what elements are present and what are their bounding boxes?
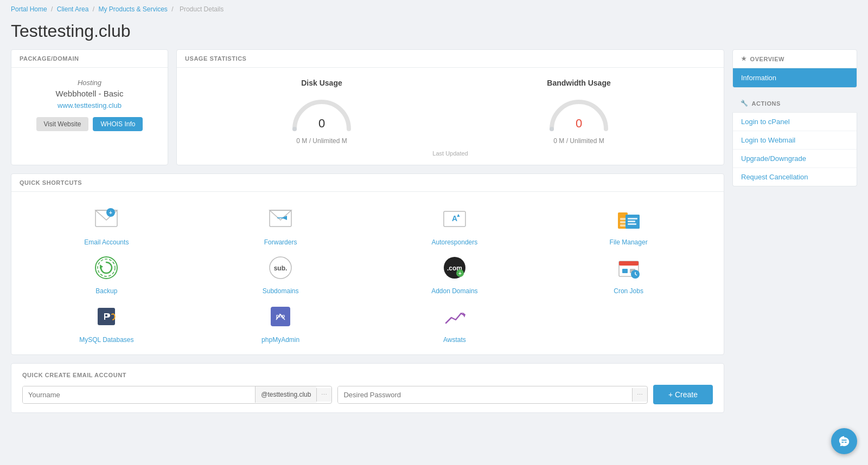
shortcut-awstats[interactable]: Awstats: [371, 300, 539, 344]
password-input-group: ⋯: [337, 386, 647, 404]
backup-icon: [90, 251, 123, 284]
shortcut-cron-jobs[interactable]: Cron Jobs: [544, 251, 713, 295]
shortcut-file-manager[interactable]: File Manager: [544, 203, 713, 246]
forwarders-icon: [264, 203, 297, 235]
sidebar-links-container: Login to cPanel Login to Webmail Upgrade…: [732, 113, 857, 186]
quick-create-email-card: QUICK CREATE EMAIL ACCOUNT @testtesting.…: [11, 363, 724, 413]
whois-info-button[interactable]: WHOIS Info: [93, 117, 143, 131]
cron-jobs-icon: [612, 251, 645, 284]
svg-marker-5: [270, 210, 291, 220]
usage-stats-body: Disk Usage 0 0 M / Unlimited M Bandwidth…: [177, 68, 724, 150]
svg-rect-19: [628, 223, 636, 225]
shortcut-autoresponders[interactable]: A ▲ Autoresponders: [371, 203, 539, 246]
phpmyadmin-label: phpMyAdmin: [261, 336, 299, 344]
shortcut-mysql-databases[interactable]: MySQL Databases: [22, 300, 191, 344]
domain-link[interactable]: www.testtesting.club: [22, 101, 157, 109]
package-body: Hosting Webbhotell - Basic www.testtesti…: [11, 68, 168, 142]
package-name: Webbhotell - Basic: [22, 89, 157, 98]
svg-rect-31: [622, 269, 628, 273]
right-sidebar: ★ OVERVIEW Information 🔧 ACTIONS Login t…: [732, 49, 857, 413]
last-updated: Last Updated: [177, 150, 724, 165]
disk-gauge: 0: [289, 94, 354, 132]
usage-statistics-card: USAGE STATISTICS Disk Usage 0 0 M / Unli…: [176, 49, 724, 165]
breadcrumb-product-details: Product Details: [180, 5, 224, 13]
bandwidth-usage: Bandwidth Usage 0 0 M / Unlimited M: [546, 79, 611, 145]
request-cancellation-link[interactable]: Request Cancellation: [733, 168, 857, 186]
usage-header: USAGE STATISTICS: [177, 50, 724, 68]
file-manager-label: File Manager: [610, 238, 648, 246]
addon-domains-label: Addon Domains: [431, 287, 477, 295]
login-cpanel-link[interactable]: Login to cPanel: [733, 113, 857, 131]
shortcuts-grid: + Email Accounts For: [11, 192, 724, 354]
mysql-databases-icon: [90, 300, 123, 333]
package-domain-card: PACKAGE/DOMAIN Hosting Webbhotell - Basi…: [11, 49, 168, 165]
password-input[interactable]: [338, 386, 631, 403]
sidebar-information-item[interactable]: Information: [733, 68, 857, 87]
password-icon: ⋯: [632, 388, 647, 402]
sidebar-overview-header: ★ OVERVIEW: [733, 50, 857, 68]
disk-usage-title: Disk Usage: [289, 79, 354, 87]
wrench-icon: 🔧: [741, 100, 749, 107]
login-webmail-link[interactable]: Login to Webmail: [733, 131, 857, 150]
left-column: PACKAGE/DOMAIN Hosting Webbhotell - Basi…: [11, 49, 724, 413]
package-header: PACKAGE/DOMAIN: [11, 50, 168, 68]
star-icon: ★: [741, 55, 747, 62]
hosting-label: Hosting: [22, 79, 157, 87]
svg-rect-30: [619, 261, 639, 266]
addon-domains-icon: .com +: [438, 251, 471, 284]
sidebar-actions-header: 🔧 ACTIONS: [732, 94, 857, 113]
breadcrumb-products-services[interactable]: My Products & Services: [98, 5, 167, 13]
svg-rect-18: [628, 221, 635, 222]
breadcrumb-client-area[interactable]: Client Area: [57, 5, 89, 13]
shortcut-forwarders[interactable]: Forwarders: [196, 203, 365, 246]
shortcut-phpmyadmin[interactable]: php phpMyAdmin: [196, 300, 365, 344]
shortcut-backup[interactable]: Backup: [22, 251, 191, 295]
file-manager-icon: [612, 203, 645, 235]
svg-rect-37: [105, 314, 107, 317]
create-email-button[interactable]: + Create: [653, 385, 713, 404]
disk-usage-value: 0: [318, 117, 325, 131]
mysql-databases-label: MySQL Databases: [79, 336, 133, 344]
email-input-icon: ⋯: [316, 388, 331, 402]
shortcut-email-accounts[interactable]: + Email Accounts: [22, 203, 191, 246]
quick-create-header: QUICK CREATE EMAIL ACCOUNT: [22, 372, 713, 378]
forwarders-label: Forwarders: [264, 238, 297, 246]
svg-text:+: +: [458, 270, 462, 276]
email-input-group: @testtesting.club ⋯: [22, 386, 332, 404]
upgrade-downgrade-link[interactable]: Upgrade/Downgrade: [733, 150, 857, 168]
awstats-icon: [438, 300, 471, 333]
email-domain: @testtesting.club: [255, 386, 316, 403]
svg-text:▲: ▲: [456, 212, 461, 218]
autoresponders-label: Autoresponders: [432, 238, 478, 246]
email-accounts-label: Email Accounts: [84, 238, 129, 246]
awstats-label: Awstats: [443, 336, 466, 344]
subdomains-icon: sub.: [264, 251, 297, 284]
disk-usage-label: 0 M / Unlimited M: [289, 137, 354, 145]
main-layout: PACKAGE/DOMAIN Hosting Webbhotell - Basi…: [0, 49, 868, 424]
sidebar-actions-section: 🔧 ACTIONS Login to cPanel Login to Webma…: [732, 94, 857, 186]
package-buttons: Visit Website WHOIS Info: [22, 117, 157, 131]
disk-usage: Disk Usage 0 0 M / Unlimited M: [289, 79, 354, 145]
quick-create-row: @testtesting.club ⋯ ⋯ + Create: [22, 385, 713, 404]
username-input[interactable]: [23, 386, 255, 403]
backup-label: Backup: [95, 287, 117, 295]
email-accounts-icon: +: [90, 203, 123, 235]
page-title: Testtesting.club: [0, 18, 868, 49]
shortcut-addon-domains[interactable]: .com + Addon Domains: [371, 251, 539, 295]
breadcrumb: Portal Home / Client Area / My Products …: [0, 0, 868, 18]
shortcut-subdomains[interactable]: sub. Subdomains: [196, 251, 365, 295]
quick-shortcuts-card: QUICK SHORTCUTS + Email Accounts: [11, 173, 724, 355]
visit-website-button[interactable]: Visit Website: [36, 117, 89, 131]
breadcrumb-portal-home[interactable]: Portal Home: [11, 5, 47, 13]
phpmyadmin-icon: php: [264, 300, 297, 333]
svg-rect-17: [628, 218, 637, 219]
bandwidth-usage-value: 0: [576, 117, 582, 131]
bandwidth-usage-label: 0 M / Unlimited M: [546, 137, 611, 145]
shortcuts-header: QUICK SHORTCUTS: [11, 174, 724, 192]
cron-jobs-label: Cron Jobs: [614, 287, 643, 295]
sidebar-overview-section: ★ OVERVIEW Information: [732, 49, 857, 88]
svg-point-20: [95, 257, 117, 279]
svg-text:sub.: sub.: [274, 264, 288, 272]
autoresponders-icon: A ▲: [438, 203, 471, 235]
top-row: PACKAGE/DOMAIN Hosting Webbhotell - Basi…: [11, 49, 724, 165]
